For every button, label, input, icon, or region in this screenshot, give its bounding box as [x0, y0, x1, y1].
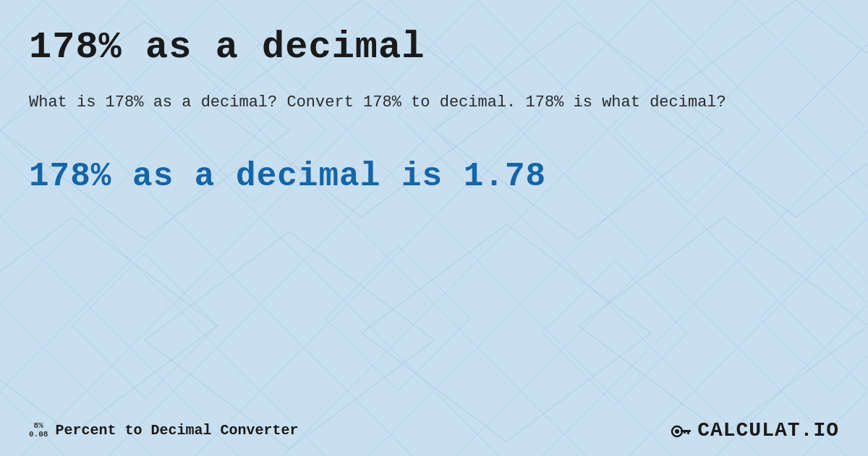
- logo-area: CALCULAT.IO: [668, 417, 839, 443]
- logo-icon: [668, 417, 694, 443]
- icon-top: 8%: [34, 421, 43, 430]
- footer: 8% 0.08 Percent to Decimal Converter CAL…: [29, 417, 839, 443]
- page-content: 178% as a decimal What is 178% as a deci…: [0, 0, 868, 456]
- page-description: What is 178% as a decimal? Convert 178% …: [29, 90, 825, 114]
- svg-point-22: [675, 429, 679, 434]
- footer-label: Percent to Decimal Converter: [55, 422, 298, 439]
- page-title: 178% as a decimal: [29, 26, 839, 69]
- svg-rect-25: [684, 430, 686, 434]
- svg-rect-24: [687, 430, 689, 434]
- logo-text: CALCULAT.IO: [697, 419, 839, 442]
- result-section: 178% as a decimal is 1.78: [29, 158, 839, 195]
- percent-decimal-icon: 8% 0.08: [29, 421, 48, 439]
- result-text: 178% as a decimal is 1.78: [29, 158, 839, 195]
- footer-left: 8% 0.08 Percent to Decimal Converter: [29, 421, 298, 439]
- icon-bottom: 0.08: [29, 430, 48, 439]
